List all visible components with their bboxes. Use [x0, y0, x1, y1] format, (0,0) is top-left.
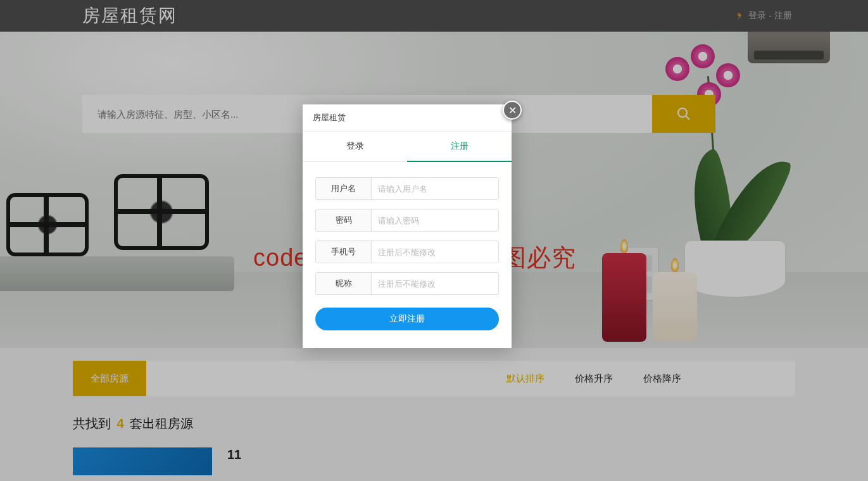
- close-icon[interactable]: ✕: [503, 101, 522, 120]
- tab-register[interactable]: 注册: [407, 132, 512, 162]
- row-nickname: 昵称: [315, 272, 499, 295]
- modal-title: 房屋租赁: [303, 104, 512, 132]
- input-nickname[interactable]: [372, 273, 498, 294]
- modal-tabs: 登录 注册: [303, 132, 512, 162]
- auth-modal: ✕ 房屋租赁 登录 注册 用户名 密码 手机号 昵称 立即注册: [303, 104, 512, 348]
- row-phone: 手机号: [315, 240, 499, 263]
- label-password: 密码: [316, 209, 372, 231]
- row-password: 密码: [315, 209, 499, 232]
- label-username: 用户名: [316, 178, 372, 199]
- row-username: 用户名: [315, 177, 499, 200]
- input-phone[interactable]: [372, 241, 498, 263]
- modal-body: 用户名 密码 手机号 昵称 立即注册: [303, 162, 512, 348]
- label-nickname: 昵称: [316, 273, 372, 294]
- tab-login[interactable]: 登录: [303, 132, 407, 162]
- label-phone: 手机号: [316, 241, 372, 263]
- input-password[interactable]: [372, 209, 498, 231]
- input-username[interactable]: [372, 178, 498, 199]
- register-submit-button[interactable]: 立即注册: [315, 308, 499, 330]
